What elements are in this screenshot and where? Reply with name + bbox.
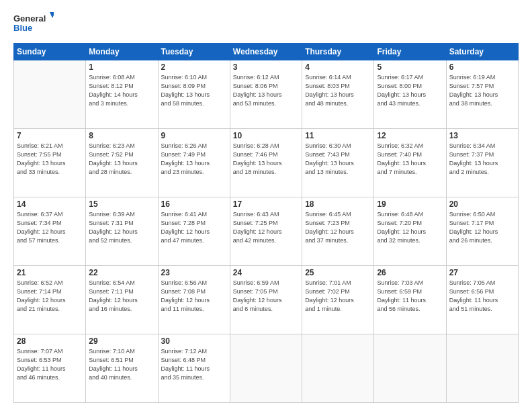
calendar-day-cell: 13Sunrise: 6:34 AM Sunset: 7:37 PM Dayli… <box>446 129 518 197</box>
weekday-header: Thursday <box>302 44 374 60</box>
day-info: Sunrise: 6:50 AM Sunset: 7:17 PM Dayligh… <box>449 210 515 245</box>
day-info: Sunrise: 6:54 AM Sunset: 7:11 PM Dayligh… <box>89 279 154 314</box>
day-info: Sunrise: 6:17 AM Sunset: 8:00 PM Dayligh… <box>377 73 443 108</box>
day-info: Sunrise: 6:28 AM Sunset: 7:46 PM Dayligh… <box>233 142 299 177</box>
day-number: 6 <box>449 62 515 72</box>
calendar-day-cell: 2Sunrise: 6:10 AM Sunset: 8:09 PM Daylig… <box>158 60 230 129</box>
day-number: 13 <box>449 131 515 140</box>
calendar-week-row: 28Sunrise: 7:07 AM Sunset: 6:53 PM Dayli… <box>14 334 519 403</box>
day-number: 1 <box>89 62 154 72</box>
svg-text:Blue: Blue <box>13 23 32 33</box>
day-info: Sunrise: 6:43 AM Sunset: 7:25 PM Dayligh… <box>233 210 299 245</box>
logo: General Blue <box>13 12 54 36</box>
day-info: Sunrise: 6:10 AM Sunset: 8:09 PM Dayligh… <box>161 73 227 108</box>
calendar-day-cell: 5Sunrise: 6:17 AM Sunset: 8:00 PM Daylig… <box>374 60 446 129</box>
day-number: 16 <box>161 199 227 209</box>
day-info: Sunrise: 6:39 AM Sunset: 7:31 PM Dayligh… <box>89 210 154 245</box>
day-number: 2 <box>161 62 227 72</box>
day-number: 11 <box>305 131 371 140</box>
day-info: Sunrise: 6:34 AM Sunset: 7:37 PM Dayligh… <box>449 142 515 177</box>
weekday-header: Tuesday <box>158 44 230 60</box>
day-info: Sunrise: 6:41 AM Sunset: 7:28 PM Dayligh… <box>161 210 227 245</box>
calendar-day-cell: 14Sunrise: 6:37 AM Sunset: 7:34 PM Dayli… <box>14 197 86 266</box>
calendar-day-cell: 29Sunrise: 7:10 AM Sunset: 6:51 PM Dayli… <box>86 334 158 403</box>
day-info: Sunrise: 6:30 AM Sunset: 7:43 PM Dayligh… <box>305 142 371 177</box>
calendar-day-cell: 26Sunrise: 7:03 AM Sunset: 6:59 PM Dayli… <box>374 266 446 334</box>
day-info: Sunrise: 6:12 AM Sunset: 8:06 PM Dayligh… <box>233 73 299 108</box>
day-number: 30 <box>161 336 227 346</box>
day-info: Sunrise: 6:32 AM Sunset: 7:40 PM Dayligh… <box>377 142 443 177</box>
weekday-header: Wednesday <box>230 44 302 60</box>
calendar-week-row: 7Sunrise: 6:21 AM Sunset: 7:55 PM Daylig… <box>14 129 519 197</box>
day-number: 9 <box>161 131 227 140</box>
header: General Blue <box>13 12 519 36</box>
logo-svg: General Blue <box>13 12 54 36</box>
day-number: 25 <box>305 268 371 277</box>
calendar-day-cell: 6Sunrise: 6:19 AM Sunset: 7:57 PM Daylig… <box>446 60 518 129</box>
calendar-day-cell: 27Sunrise: 7:05 AM Sunset: 6:56 PM Dayli… <box>446 266 518 334</box>
day-number: 10 <box>233 131 299 140</box>
day-info: Sunrise: 7:01 AM Sunset: 7:02 PM Dayligh… <box>305 279 371 314</box>
day-info: Sunrise: 6:48 AM Sunset: 7:20 PM Dayligh… <box>377 210 443 245</box>
calendar-day-cell: 4Sunrise: 6:14 AM Sunset: 8:03 PM Daylig… <box>302 60 374 129</box>
day-number: 12 <box>377 131 443 140</box>
day-number: 22 <box>89 268 154 277</box>
calendar-day-cell: 3Sunrise: 6:12 AM Sunset: 8:06 PM Daylig… <box>230 60 302 129</box>
day-number: 19 <box>377 199 443 209</box>
calendar-day-cell <box>374 334 446 403</box>
day-info: Sunrise: 6:45 AM Sunset: 7:23 PM Dayligh… <box>305 210 371 245</box>
day-number: 27 <box>449 268 515 277</box>
calendar-day-cell: 20Sunrise: 6:50 AM Sunset: 7:17 PM Dayli… <box>446 197 518 266</box>
calendar-day-cell <box>230 334 302 403</box>
day-info: Sunrise: 6:23 AM Sunset: 7:52 PM Dayligh… <box>89 142 154 177</box>
calendar-day-cell <box>14 60 86 129</box>
calendar-day-cell: 1Sunrise: 6:08 AM Sunset: 8:12 PM Daylig… <box>86 60 158 129</box>
svg-text:General: General <box>13 13 46 24</box>
day-number: 5 <box>377 62 443 72</box>
calendar-week-row: 21Sunrise: 6:52 AM Sunset: 7:14 PM Dayli… <box>14 266 519 334</box>
day-info: Sunrise: 6:08 AM Sunset: 8:12 PM Dayligh… <box>89 73 154 108</box>
calendar-day-cell: 8Sunrise: 6:23 AM Sunset: 7:52 PM Daylig… <box>86 129 158 197</box>
day-number: 4 <box>305 62 371 72</box>
day-number: 23 <box>161 268 227 277</box>
calendar-day-cell <box>302 334 374 403</box>
day-number: 20 <box>449 199 515 209</box>
day-info: Sunrise: 6:56 AM Sunset: 7:08 PM Dayligh… <box>161 279 227 314</box>
svg-marker-2 <box>50 12 54 18</box>
day-number: 28 <box>17 336 83 346</box>
calendar-day-cell: 18Sunrise: 6:45 AM Sunset: 7:23 PM Dayli… <box>302 197 374 266</box>
day-info: Sunrise: 7:03 AM Sunset: 6:59 PM Dayligh… <box>377 279 443 314</box>
calendar-day-cell: 28Sunrise: 7:07 AM Sunset: 6:53 PM Dayli… <box>14 334 86 403</box>
calendar-table: SundayMondayTuesdayWednesdayThursdayFrid… <box>13 43 519 403</box>
calendar-day-cell: 7Sunrise: 6:21 AM Sunset: 7:55 PM Daylig… <box>14 129 86 197</box>
weekday-header: Friday <box>374 44 446 60</box>
page: General Blue SundayMondayTuesdayWednesda… <box>0 0 532 411</box>
day-number: 8 <box>89 131 154 140</box>
day-info: Sunrise: 6:26 AM Sunset: 7:49 PM Dayligh… <box>161 142 227 177</box>
day-number: 18 <box>305 199 371 209</box>
day-number: 26 <box>377 268 443 277</box>
day-number: 3 <box>233 62 299 72</box>
day-info: Sunrise: 6:37 AM Sunset: 7:34 PM Dayligh… <box>17 210 83 245</box>
calendar-day-cell: 23Sunrise: 6:56 AM Sunset: 7:08 PM Dayli… <box>158 266 230 334</box>
day-number: 7 <box>17 131 83 140</box>
calendar-day-cell: 24Sunrise: 6:59 AM Sunset: 7:05 PM Dayli… <box>230 266 302 334</box>
weekday-header: Sunday <box>14 44 86 60</box>
day-info: Sunrise: 6:52 AM Sunset: 7:14 PM Dayligh… <box>17 279 83 314</box>
calendar-header-row: SundayMondayTuesdayWednesdayThursdayFrid… <box>14 44 519 60</box>
day-number: 21 <box>17 268 83 277</box>
calendar-week-row: 1Sunrise: 6:08 AM Sunset: 8:12 PM Daylig… <box>14 60 519 129</box>
day-number: 15 <box>89 199 154 209</box>
calendar-day-cell: 15Sunrise: 6:39 AM Sunset: 7:31 PM Dayli… <box>86 197 158 266</box>
weekday-header: Saturday <box>446 44 518 60</box>
calendar-day-cell: 12Sunrise: 6:32 AM Sunset: 7:40 PM Dayli… <box>374 129 446 197</box>
calendar-day-cell: 21Sunrise: 6:52 AM Sunset: 7:14 PM Dayli… <box>14 266 86 334</box>
calendar-day-cell: 10Sunrise: 6:28 AM Sunset: 7:46 PM Dayli… <box>230 129 302 197</box>
day-info: Sunrise: 7:05 AM Sunset: 6:56 PM Dayligh… <box>449 279 515 314</box>
calendar-day-cell: 9Sunrise: 6:26 AM Sunset: 7:49 PM Daylig… <box>158 129 230 197</box>
calendar-week-row: 14Sunrise: 6:37 AM Sunset: 7:34 PM Dayli… <box>14 197 519 266</box>
day-number: 17 <box>233 199 299 209</box>
weekday-header: Monday <box>86 44 158 60</box>
day-number: 24 <box>233 268 299 277</box>
day-number: 14 <box>17 199 83 209</box>
